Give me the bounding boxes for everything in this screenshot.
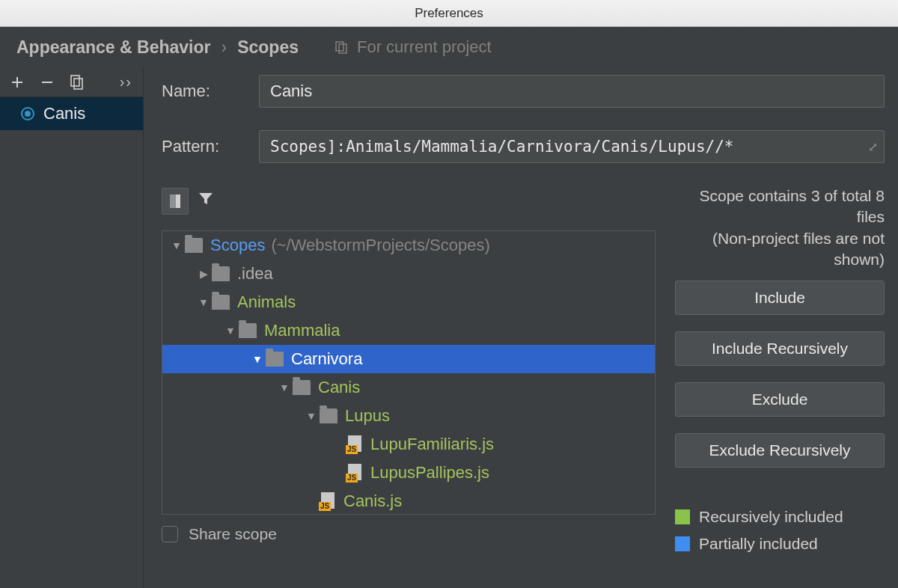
breadcrumb-sep: ›	[221, 37, 227, 58]
tree-toolbar	[162, 186, 656, 217]
legend-swatch-blue	[675, 536, 690, 551]
name-input-value: Canis	[270, 82, 312, 101]
folder-icon	[266, 352, 284, 367]
js-file-icon	[346, 464, 363, 482]
more-actions-button[interactable]: ››	[120, 73, 132, 91]
js-file-icon	[346, 435, 363, 453]
chevron-down-icon[interactable]	[222, 325, 239, 337]
tree-node-file[interactable]: LupuFamiliaris.js	[162, 430, 655, 459]
tree-node-file[interactable]: Canis.js	[162, 487, 655, 515]
copy-scope-button[interactable]	[70, 75, 84, 90]
toggle-files-button[interactable]	[162, 188, 189, 215]
breadcrumb-bar: Appearance & Behavior › Scopes For curre…	[0, 27, 898, 67]
sidebar-item-canis[interactable]: Canis	[0, 97, 143, 130]
window-title: Preferences	[415, 6, 483, 21]
chevron-down-icon[interactable]	[168, 239, 185, 251]
breadcrumb-section[interactable]: Appearance & Behavior	[16, 37, 210, 58]
remove-scope-button[interactable]	[40, 76, 54, 89]
tree-label: Animals	[237, 293, 296, 312]
legend-recursive: Recursively included	[699, 508, 843, 526]
folder-icon	[212, 266, 230, 281]
tree-node-lupus[interactable]: Lupus	[162, 402, 655, 430]
sidebar-item-label: Canis	[43, 104, 85, 123]
project-scope-icon	[335, 40, 349, 55]
legend-swatch-green	[675, 509, 690, 524]
tree-node-animals[interactable]: Animals	[162, 288, 655, 316]
include-recursively-button[interactable]: Include Recursively	[675, 331, 885, 366]
expand-pattern-icon[interactable]: ⤢	[868, 140, 878, 154]
folder-icon	[185, 238, 203, 253]
status-line-1: Scope contains 3 of total 8 files	[675, 186, 885, 228]
folder-icon	[320, 408, 337, 423]
folder-icon	[239, 323, 257, 338]
tree-node-carnivora[interactable]: Carnivora	[162, 345, 655, 373]
chevron-down-icon[interactable]	[249, 353, 266, 365]
pattern-input[interactable]: Scopes]:Animals/Mammalia/Carnivora/Canis…	[259, 130, 885, 163]
chevron-down-icon[interactable]	[303, 410, 320, 422]
js-file-icon	[320, 492, 336, 510]
tree-root-path: (~/WebstormProjects/Scopes)	[271, 236, 489, 255]
btn-label: Include	[754, 289, 805, 307]
include-button[interactable]: Include	[675, 281, 885, 315]
btn-label: Exclude Recursively	[709, 441, 850, 459]
tree-label: Mammalia	[264, 321, 340, 340]
scopes-sidebar: ›› Canis	[0, 67, 144, 588]
btn-label: Exclude	[752, 391, 808, 408]
svg-rect-2	[71, 76, 79, 86]
tree-label: Canis.js	[343, 491, 402, 511]
svg-rect-1	[339, 44, 346, 53]
file-tree[interactable]: Scopes (~/WebstormProjects/Scopes) .idea…	[162, 230, 656, 515]
sidebar-toolbar: ››	[0, 67, 143, 97]
share-scope-label: Share scope	[189, 525, 277, 543]
pattern-label: Pattern:	[162, 137, 259, 156]
filter-icon[interactable]	[198, 191, 214, 212]
exclude-recursively-button[interactable]: Exclude Recursively	[675, 433, 885, 468]
add-scope-button[interactable]	[10, 76, 24, 89]
tree-label: Canis	[318, 378, 360, 397]
share-scope-checkbox[interactable]	[162, 526, 178, 542]
pattern-input-value: Scopes]:Animals/Mammalia/Carnivora/Canis…	[270, 138, 734, 156]
breadcrumb-page[interactable]: Scopes	[237, 37, 299, 58]
tree-label: Lupus	[345, 406, 390, 426]
tree-node-file[interactable]: LupusPallipes.js	[162, 459, 655, 487]
legend: Recursively included Partially included	[675, 508, 885, 553]
svg-rect-0	[336, 42, 343, 51]
tree-node-root[interactable]: Scopes (~/WebstormProjects/Scopes)	[162, 231, 655, 260]
legend-partial: Partially included	[699, 535, 818, 553]
tree-label: Carnivora	[291, 349, 362, 369]
folder-icon	[212, 295, 230, 310]
main-pane: Name: Canis Pattern: Scopes]:Animals/Mam…	[144, 67, 898, 588]
tree-label: Scopes	[210, 236, 265, 255]
tree-node-idea[interactable]: .idea	[162, 260, 655, 288]
exclude-button[interactable]: Exclude	[675, 382, 885, 417]
tree-label: LupusPallipes.js	[370, 463, 489, 483]
tree-node-mammalia[interactable]: Mammalia	[162, 316, 655, 345]
chevron-right-icon[interactable]	[195, 268, 212, 280]
svg-rect-5	[170, 195, 176, 208]
chevron-down-icon[interactable]	[195, 296, 212, 308]
name-input[interactable]: Canis	[259, 75, 885, 108]
breadcrumb-hint: For current project	[357, 37, 492, 57]
name-label: Name:	[162, 82, 259, 101]
scope-status: Scope contains 3 of total 8 files (Non-p…	[675, 186, 885, 270]
scope-type-icon	[21, 107, 34, 120]
svg-rect-3	[74, 79, 82, 89]
folder-icon	[293, 380, 311, 395]
status-line-2: (Non-project files are not shown)	[675, 228, 885, 271]
tree-node-canis[interactable]: Canis	[162, 373, 655, 402]
chevron-down-icon[interactable]	[276, 382, 293, 393]
tree-label: .idea	[237, 264, 273, 284]
tree-label: LupuFamiliaris.js	[370, 435, 494, 454]
window-titlebar: Preferences	[0, 0, 898, 27]
btn-label: Include Recursively	[712, 340, 848, 358]
